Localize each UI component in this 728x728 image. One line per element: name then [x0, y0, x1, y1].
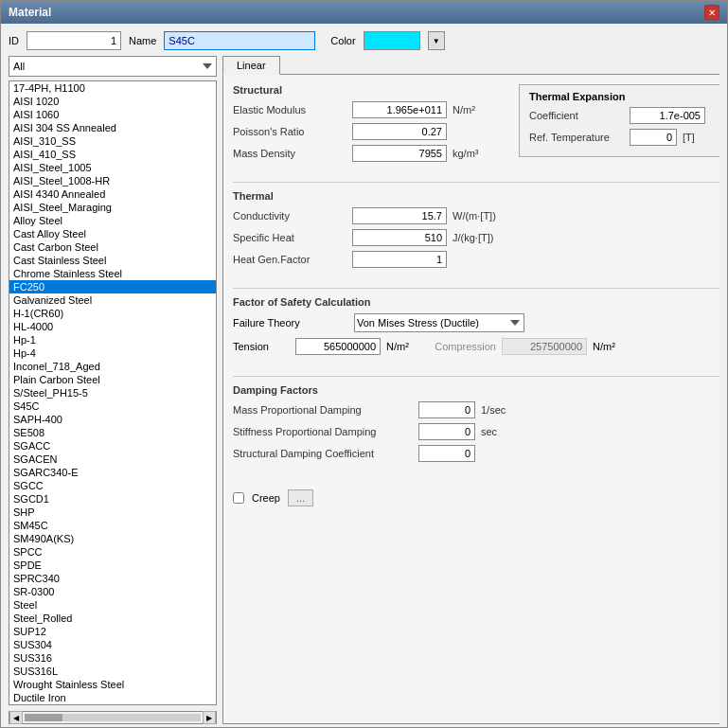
conductivity-input[interactable] — [352, 207, 447, 224]
list-item[interactable]: SPCC — [9, 545, 216, 559]
creep-dots-button[interactable]: ... — [288, 489, 313, 506]
list-item[interactable]: SGACEN — [9, 453, 216, 466]
list-item[interactable]: SGCD1 — [9, 492, 216, 506]
mass-density-input[interactable] — [352, 145, 447, 162]
list-item[interactable]: AISI 1060 — [9, 108, 216, 121]
mass-prop-input[interactable] — [418, 401, 475, 418]
h-scroll-right-button[interactable]: ▶ — [203, 711, 216, 724]
creep-checkbox[interactable] — [233, 492, 244, 504]
list-item[interactable]: Hp-1 — [9, 333, 216, 346]
list-item[interactable]: HL-4000 — [9, 320, 216, 333]
window-title: Material — [9, 6, 51, 19]
ref-temp-label: Ref. Temperature — [529, 132, 624, 143]
structural-coeff-label: Structural Damping Coefficient — [233, 448, 413, 459]
structural-coeff-input[interactable] — [418, 445, 475, 462]
list-item[interactable]: AISI_Steel_Maraging — [9, 201, 216, 214]
list-item[interactable]: Inconel_718_Aged — [9, 360, 216, 373]
list-item[interactable]: S/Steel_PH15-5 — [9, 386, 216, 400]
mass-prop-unit: 1/sec — [481, 404, 528, 416]
mass-density-row: Mass Density kg/m³ — [233, 145, 500, 162]
list-item[interactable]: FC250 — [9, 280, 216, 293]
list-item[interactable]: AISI_310_SS — [9, 134, 216, 148]
list-item[interactable]: AISI_Steel_1008-HR — [9, 174, 216, 187]
list-item[interactable]: SUS304 — [9, 638, 216, 651]
thermal-expansion-box: Thermal Expansion Coefficient Ref. Tempe… — [519, 84, 719, 157]
list-item[interactable]: Wrought Stainless Steel — [9, 678, 216, 691]
tabs-bar: Linear — [222, 56, 719, 75]
id-input[interactable] — [27, 31, 121, 50]
list-item[interactable]: SR-0300 — [9, 585, 216, 598]
specific-heat-label: Specific Heat — [233, 232, 346, 243]
mass-density-unit: kg/m³ — [453, 148, 500, 159]
material-list[interactable]: 17-4PH, H1100AISI 1020AISI 1060AISI 304 … — [9, 80, 217, 705]
failure-theory-label: Failure Theory — [233, 317, 346, 328]
stiffness-prop-unit: sec — [481, 426, 528, 437]
list-item[interactable]: SGARC340-E — [9, 466, 216, 479]
heat-gen-input[interactable] — [352, 251, 447, 268]
list-item[interactable]: SUS316 — [9, 651, 216, 665]
list-item[interactable]: AISI 4340 Annealed — [9, 187, 216, 201]
list-item[interactable]: AISI 304 SS Annealed — [9, 121, 216, 134]
list-item[interactable]: SE508 — [9, 426, 216, 439]
ref-temp-input[interactable] — [630, 129, 677, 146]
list-item[interactable]: SUP12 — [9, 625, 216, 638]
list-item[interactable]: Cast Alloy Steel — [9, 227, 216, 240]
color-dropdown-button[interactable]: ▼ — [428, 31, 445, 50]
stiffness-prop-label: Stiffness Proportional Damping — [233, 426, 413, 437]
list-item[interactable]: Alloy Steel — [9, 214, 216, 227]
list-item[interactable]: Steel — [9, 598, 216, 612]
specific-heat-input[interactable] — [352, 229, 447, 246]
ref-temp-unit: [T] — [683, 132, 719, 143]
tension-label: Tension — [233, 341, 290, 352]
elastic-modulus-label: Elastic Modulus — [233, 104, 346, 115]
list-item[interactable]: Galvanized Steel — [9, 293, 216, 307]
mass-prop-label: Mass Proportional Damping — [233, 404, 413, 416]
list-item[interactable]: 17-4PH, H1100 — [9, 81, 216, 95]
horizontal-scrollbar[interactable]: ◀ ▶ — [9, 711, 217, 724]
filter-dropdown[interactable]: All — [9, 56, 217, 77]
poissons-ratio-input[interactable] — [352, 123, 447, 140]
list-item[interactable]: SGACC — [9, 439, 216, 453]
list-item[interactable]: SPRC340 — [9, 572, 216, 585]
list-item[interactable]: SPDE — [9, 559, 216, 572]
list-item[interactable]: SHP — [9, 506, 216, 519]
structural-header: Structural — [233, 84, 500, 96]
list-item[interactable]: H-1(CR60) — [9, 307, 216, 320]
list-item[interactable]: AISI_410_SS — [9, 148, 216, 161]
list-item[interactable]: Steel_Rolled — [9, 612, 216, 625]
list-item[interactable]: Hp-4 — [9, 346, 216, 360]
list-item[interactable]: AISI_Steel_1005 — [9, 161, 216, 174]
list-item[interactable]: S45C — [9, 400, 216, 413]
elastic-modulus-input[interactable] — [352, 101, 447, 118]
failure-theory-select[interactable]: Von Mises Stress (Ductile) Maximum Shear… — [354, 313, 524, 332]
tension-input[interactable] — [295, 338, 381, 355]
list-item[interactable]: SGCC — [9, 479, 216, 492]
damping-section: Damping Factors Mass Proportional Dampin… — [233, 376, 719, 467]
list-item[interactable]: Cast Carbon Steel — [9, 240, 216, 254]
thermal-expansion-header: Thermal Expansion — [529, 91, 719, 102]
color-swatch[interactable] — [364, 31, 420, 50]
coefficient-input[interactable] — [630, 107, 705, 124]
stiffness-prop-input[interactable] — [418, 423, 475, 440]
list-item[interactable]: Cast Stainless Steel — [9, 254, 216, 267]
list-item[interactable]: AISI 1020 — [9, 95, 216, 108]
list-item[interactable]: Ductile Iron — [9, 691, 216, 704]
stiffness-prop-damping-row: Stiffness Proportional Damping sec — [233, 423, 719, 440]
failure-theory-row: Failure Theory Von Mises Stress (Ductile… — [233, 313, 719, 332]
list-item[interactable]: Plain Carbon Steel — [9, 373, 216, 386]
h-scroll-thumb[interactable] — [25, 714, 62, 721]
tab-linear[interactable]: Linear — [222, 56, 280, 75]
list-item[interactable]: SM45C — [9, 519, 216, 532]
close-button[interactable]: ✕ — [704, 5, 719, 20]
list-item[interactable]: SM490A(KS) — [9, 532, 216, 545]
conductivity-unit: W/(m·[T]) — [453, 210, 500, 222]
list-item[interactable]: SAPH-400 — [9, 413, 216, 426]
left-panel: All 17-4PH, H1100AISI 1020AISI 1060AISI … — [9, 56, 217, 724]
list-item[interactable]: Chrome Stainless Steel — [9, 267, 216, 280]
list-item[interactable]: SUS316L — [9, 665, 216, 678]
title-bar: Material ✕ — [1, 1, 727, 24]
h-scroll-left-button[interactable]: ◀ — [9, 711, 23, 724]
name-input[interactable] — [164, 31, 315, 50]
heat-gen-label: Heat Gen.Factor — [233, 254, 346, 265]
mass-density-label: Mass Density — [233, 148, 346, 159]
